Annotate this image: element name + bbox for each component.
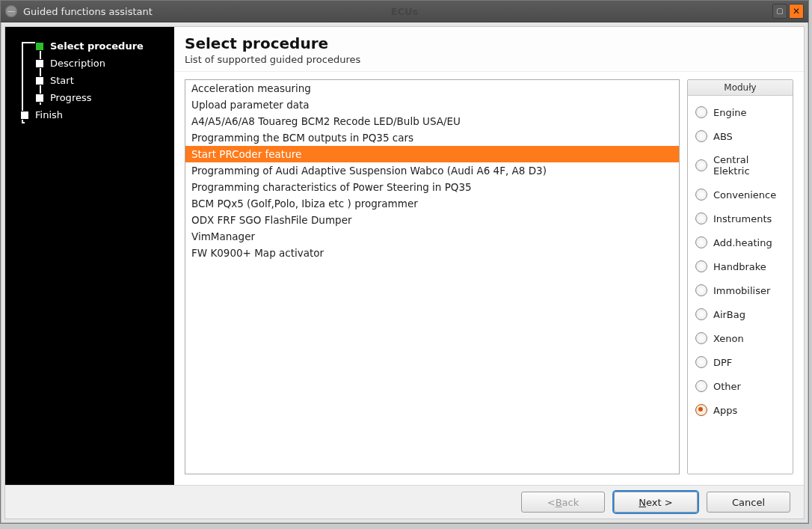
dialog-footer: < Back Next > Cancel [5,485,804,519]
step-marker-icon [35,42,44,51]
module-option[interactable]: Other [692,374,788,398]
radio-icon [695,106,707,118]
procedure-item[interactable]: Upload parameter data [185,97,679,113]
step-marker-icon [35,94,44,103]
module-label: Handbrake [713,261,766,272]
module-option[interactable]: Convenience [692,183,788,207]
module-label: ABS [713,131,733,142]
module-option[interactable]: Add.heating [692,230,788,254]
step-label: Finish [35,109,63,120]
step-label: Progress [50,92,91,103]
module-option[interactable]: Handbrake [692,254,788,278]
guided-functions-window: — Guided functions assistant ECUs ▢ ✕ Se… [0,0,809,524]
step-label: Description [50,58,105,69]
content-panel: Select procedure List of supported guide… [174,27,804,485]
radio-icon [695,380,707,392]
page-title: Select procedure [185,34,793,52]
module-option[interactable]: Immobiliser [692,278,788,302]
step-label: Start [50,75,74,86]
module-label: DPF [713,357,732,368]
procedure-item[interactable]: FW K0900+ Map activator [185,245,679,261]
modules-group: Moduły EngineABSCentral ElektricConvenie… [687,79,793,474]
wizard-step-description: Description [5,55,174,72]
procedure-item[interactable]: ODX FRF SGO FlashFile Dumper [185,212,679,228]
procedure-item[interactable]: Acceleration measuring [185,80,679,97]
modules-legend: Moduły [688,80,793,96]
module-option[interactable]: AirBag [692,302,788,326]
wizard-step-select: Select procedure [5,37,174,55]
module-label: Immobiliser [713,285,770,296]
module-label: Central Elektric [713,154,785,177]
module-label: Engine [713,107,747,118]
step-marker-icon [20,111,29,120]
wizard-step-start: Start [5,72,174,89]
title-bar[interactable]: — Guided functions assistant ECUs ▢ ✕ [1,1,808,22]
radio-icon [695,212,707,224]
module-label: Add.heating [713,237,772,248]
module-label: AirBag [713,309,745,320]
parent-window-hint: ECUs [391,6,419,17]
procedure-item[interactable]: BCM PQx5 (Golf,Polo, Ibiza etc ) program… [185,195,679,212]
module-option[interactable]: Xenon [692,326,788,350]
cancel-button[interactable]: Cancel [707,492,790,513]
next-button[interactable]: Next > [614,492,698,513]
radio-icon [695,284,707,296]
procedure-item[interactable]: Start PRCoder feature [185,146,679,162]
module-option[interactable]: DPF [692,350,788,374]
step-marker-icon [35,59,44,68]
module-label: Xenon [713,333,744,344]
procedure-list[interactable]: Acceleration measuringUpload parameter d… [185,79,680,474]
radio-icon [695,332,707,344]
page-subtitle: List of supported guided procedures [185,54,793,65]
window-title: Guided functions assistant [23,6,153,17]
module-option[interactable]: Engine [692,100,788,124]
module-label: Apps [713,405,737,416]
content-header: Select procedure List of supported guide… [174,27,804,72]
procedure-item[interactable]: Programming characteristics of Power Ste… [185,179,679,195]
module-option[interactable]: Instruments [692,207,788,230]
app-icon: — [5,5,17,17]
radio-icon [695,159,707,171]
procedure-item[interactable]: Programming the BCM outputs in PQ35 cars [185,129,679,146]
module-option[interactable]: Central Elektric [692,148,788,183]
step-label: Select procedure [50,40,144,52]
dialog-body: Select procedureDescriptionStartProgress… [4,26,805,519]
wizard-step-finish: Finish [5,106,174,123]
radio-icon [695,404,707,416]
maximize-button[interactable]: ▢ [772,4,787,19]
radio-icon [695,130,707,142]
procedure-item[interactable]: VimManager [185,228,679,245]
procedure-item[interactable]: Programming of Audi Adaptive Suspension … [185,162,679,179]
procedure-item[interactable]: A4/A5/A6/A8 Touareg BCM2 Recode LED/Bulb… [185,113,679,129]
module-label: Other [713,381,741,392]
radio-icon [695,236,707,248]
wizard-steps: Select procedureDescriptionStartProgress… [5,27,174,485]
wizard-step-progress: Progress [5,89,174,106]
radio-icon [695,260,707,272]
radio-icon [695,189,707,201]
radio-icon [695,356,707,368]
module-option[interactable]: ABS [692,124,788,148]
close-button[interactable]: ✕ [789,4,804,19]
module-option[interactable]: Apps [692,398,788,422]
module-label: Convenience [713,189,776,201]
radio-icon [695,308,707,320]
back-button[interactable]: < Back [521,492,605,513]
step-marker-icon [35,76,44,85]
module-label: Instruments [713,213,772,224]
